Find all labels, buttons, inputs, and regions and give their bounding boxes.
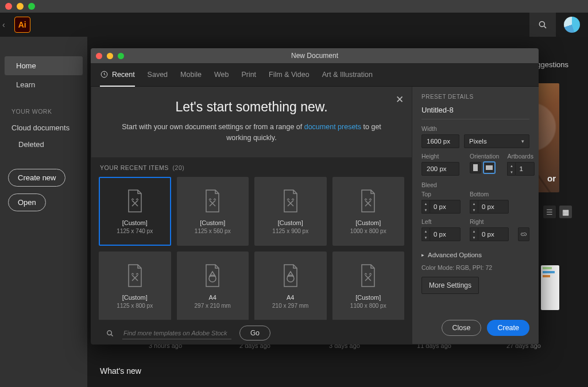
preset-doc-icon [358, 263, 378, 288]
preset-type: A4 [209, 294, 216, 301]
view-list-icon[interactable]: ☰ [543, 206, 556, 218]
preset-card[interactable]: A4210 x 297 mm [254, 251, 327, 320]
sidebar-item-home[interactable]: Home [5, 56, 83, 75]
modal-titlebar: New Document [91, 48, 539, 63]
preset-card[interactable]: [Custom]1125 x 900 px [254, 177, 327, 246]
svg-line-6 [111, 334, 113, 336]
whats-new-heading: What's new [100, 366, 141, 376]
preset-card[interactable]: [Custom]1125 x 800 px [99, 251, 171, 320]
document-name-field[interactable]: Untitled-8 [421, 106, 529, 119]
preset-card[interactable]: [Custom]1125 x 740 px [99, 177, 171, 246]
tab-saved[interactable]: Saved [148, 64, 168, 86]
preset-card[interactable]: [Custom]1000 x 800 px [332, 177, 405, 246]
orientation-portrait-button[interactable] [470, 162, 481, 173]
search-icon [537, 20, 548, 30]
tab-recent[interactable]: Recent [100, 63, 135, 87]
modal-zoom-traffic-icon[interactable] [118, 53, 124, 59]
view-grid-icon[interactable]: ▦ [559, 206, 572, 218]
modal-minimize-traffic-icon[interactable] [107, 53, 113, 59]
modal-close-traffic-icon[interactable] [96, 53, 102, 59]
bleed-bottom-label: Bottom [470, 191, 509, 198]
preset-card[interactable]: [Custom]1125 x 560 px [177, 177, 249, 246]
search-icon [106, 329, 114, 338]
color-mode-info: Color Mode: RGB, PPI: 72 [421, 264, 529, 271]
width-input[interactable] [421, 134, 459, 148]
link-bleed-toggle[interactable] [518, 227, 529, 241]
bleed-left-input[interactable] [430, 227, 461, 241]
stock-search-input[interactable] [122, 327, 231, 339]
close-button[interactable]: Close [442, 320, 482, 336]
sidebar-caption-yourwork: YOUR WORK [0, 94, 87, 119]
preset-size: 210 x 297 mm [272, 303, 308, 309]
tab-mobile[interactable]: Mobile [180, 64, 202, 86]
tab-label: Recent [112, 71, 135, 79]
modal-tabs: Recent Saved Mobile Web Print Film & Vid… [91, 63, 539, 87]
preset-size: 297 x 210 mm [195, 303, 231, 309]
svg-point-0 [539, 21, 544, 26]
traffic-close-icon[interactable] [5, 3, 12, 10]
preset-size: 1000 x 800 px [350, 228, 386, 234]
open-button[interactable]: Open [8, 194, 46, 211]
preset-type: [Custom] [278, 219, 303, 226]
stock-template-thumbnail[interactable] [541, 265, 559, 310]
artboards-input[interactable] [515, 162, 535, 176]
bleed-bottom-stepper[interactable]: ▲▼ [470, 200, 509, 214]
user-avatar[interactable] [564, 17, 580, 33]
width-label: Width [421, 125, 529, 132]
bleed-right-stepper[interactable]: ▲▼ [470, 227, 509, 241]
search-button[interactable] [529, 13, 556, 37]
preset-size: 1100 x 800 px [350, 303, 386, 309]
sidebar-item-learn[interactable]: Learn [5, 75, 83, 94]
app-logo-icon: Ai [14, 17, 30, 33]
preset-type: [Custom] [122, 294, 148, 301]
hero-subtext: Start with your own document settings or… [111, 122, 392, 144]
orientation-label: Orientation [470, 153, 499, 160]
view-toggle: ☰ ▦ [543, 206, 572, 218]
bleed-top-stepper[interactable]: ▲▼ [421, 200, 461, 214]
step-down-icon[interactable]: ▼ [508, 169, 515, 175]
height-label: Height [421, 153, 462, 160]
chevron-down-icon: ▾ [521, 138, 524, 144]
tab-art-illustration[interactable]: Art & Illustration [322, 64, 373, 86]
advanced-options-toggle[interactable]: ▸ Advanced Options [421, 248, 529, 262]
preset-size: 1125 x 560 px [195, 228, 231, 234]
traffic-minimize-icon[interactable] [17, 3, 24, 10]
artboards-stepper[interactable]: ▲▼ [507, 162, 535, 176]
preset-size: 1125 x 800 px [117, 303, 153, 309]
document-presets-link[interactable]: document presets [304, 123, 361, 131]
hero-heading: Let's start something new. [111, 99, 392, 115]
bleed-bottom-input[interactable] [478, 200, 509, 214]
step-up-icon[interactable]: ▲ [508, 162, 515, 169]
traffic-zoom-icon[interactable] [28, 3, 35, 10]
preset-type: A4 [287, 294, 294, 301]
bleed-top-input[interactable] [430, 200, 461, 214]
preset-doc-icon [125, 263, 145, 288]
tab-film-video[interactable]: Film & Video [269, 64, 310, 86]
preset-type: [Custom] [122, 219, 148, 226]
preset-size: 1125 x 740 px [117, 228, 153, 234]
svg-line-1 [544, 26, 546, 28]
preset-doc-icon [202, 188, 223, 214]
preset-card[interactable]: [Custom]1100 x 800 px [332, 251, 405, 320]
preset-type: [Custom] [355, 294, 381, 301]
orientation-landscape-button[interactable] [483, 162, 495, 173]
back-chevron-icon[interactable]: ‹ [2, 20, 5, 29]
height-input[interactable] [421, 162, 459, 176]
tab-web[interactable]: Web [214, 64, 229, 86]
create-button[interactable]: Create [487, 320, 529, 336]
sidebar-item-cloud-documents[interactable]: Cloud documents [0, 119, 87, 136]
bleed-right-input[interactable] [478, 227, 509, 241]
units-select[interactable]: Pixels ▾ [464, 134, 529, 148]
link-icon [520, 230, 528, 238]
modal-title: New Document [91, 52, 539, 60]
preset-card[interactable]: A4297 x 210 mm [177, 251, 249, 320]
tab-print[interactable]: Print [241, 64, 256, 86]
sidebar-item-deleted[interactable]: Deleted [0, 136, 87, 153]
stock-go-button[interactable]: Go [239, 326, 270, 340]
preset-doc-icon [125, 188, 145, 214]
more-settings-button[interactable]: More Settings [421, 277, 479, 294]
bleed-right-label: Right [470, 218, 509, 225]
hero-close-icon[interactable]: ✕ [396, 94, 404, 106]
bleed-left-stepper[interactable]: ▲▼ [421, 227, 461, 241]
create-new-button[interactable]: Create new [8, 169, 65, 187]
